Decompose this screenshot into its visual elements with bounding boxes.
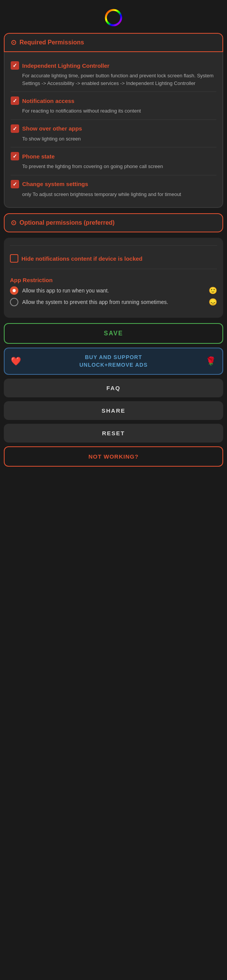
radio-allow-run[interactable]	[10, 286, 18, 295]
permission-title-phone-state: Phone state	[22, 153, 55, 160]
app-restriction-label: App Restriction	[10, 277, 217, 283]
permission-row-3: Show over other apps	[11, 124, 216, 133]
radio-row-system: Allow the system to prevent this app fro…	[10, 298, 217, 306]
buy-button[interactable]: ❤️ BUY AND SUPPORT UNLOCK+REMOVE ADS 🌹	[4, 348, 223, 375]
flower-icon: 🌹	[206, 356, 216, 366]
hide-notifications-item: Hide notifications content if device is …	[10, 250, 217, 269]
checkbox-lighting-controller[interactable]	[11, 61, 19, 70]
optional-permissions-title: Optional permissions (preferred)	[19, 219, 115, 226]
radio-allow-run-label: Allow this app to run when you want.	[22, 287, 205, 294]
permission-desc-system-settings: only To adjust screen brightness tempora…	[22, 191, 216, 198]
permission-title-notification: Notification access	[22, 98, 75, 104]
permission-desc-lighting-controller: For accurate lighting time, power button…	[22, 72, 216, 87]
permission-title-system-settings: Change system settings	[22, 181, 88, 187]
required-permissions-body: Independent Lighting Controller For accu…	[4, 52, 223, 208]
permission-title-show-over: Show over other apps	[22, 125, 82, 132]
checkbox-show-over[interactable]	[11, 124, 19, 133]
checkbox-hide-notifications[interactable]	[10, 254, 18, 263]
warning-icon-optional: ⊙	[11, 219, 16, 227]
share-button[interactable]: SHARE	[4, 401, 223, 420]
hide-notifications-label: Hide notifications content if device is …	[21, 255, 143, 262]
permission-desc-show-over: To show lighting on screen	[22, 135, 216, 143]
faq-button[interactable]: FAQ	[4, 379, 223, 397]
optional-permissions-body: Hide notifications content if device is …	[4, 238, 223, 318]
permission-title-lighting-controller: Independent Lighting Controller	[22, 62, 109, 69]
emoji-happy: 🙂	[209, 286, 217, 295]
permission-row-1: Independent Lighting Controller	[11, 61, 216, 70]
app-restriction-item: App Restriction Allow this app to run wh…	[10, 269, 217, 313]
app-logo	[104, 8, 123, 27]
permission-item-phone-state: Phone state To prevent the lighting from…	[11, 147, 216, 175]
save-button[interactable]: SAVE	[4, 323, 223, 344]
permission-item-lighting-controller: Independent Lighting Controller For accu…	[11, 57, 216, 92]
heart-icon: ❤️	[11, 356, 21, 366]
required-permissions-section: ⊙ Required Permissions Independent Light…	[4, 33, 223, 208]
buy-button-text: BUY AND SUPPORT UNLOCK+REMOVE ADS	[21, 354, 206, 369]
radio-row-allow: Allow this app to run when you want. 🙂	[10, 286, 217, 295]
required-permissions-header: ⊙ Required Permissions	[4, 33, 223, 52]
reset-button[interactable]: RESET	[4, 424, 223, 443]
permission-row-2: Notification access	[11, 96, 216, 105]
permission-row-5: Change system settings	[11, 180, 216, 188]
permission-desc-notification: For reacting to notifications without re…	[22, 107, 216, 115]
optional-permissions-header: ⊙ Optional permissions (preferred)	[4, 213, 223, 232]
svg-point-0	[106, 10, 121, 25]
permission-row-4: Phone state	[11, 152, 216, 160]
checkbox-system-settings[interactable]	[11, 180, 19, 188]
permission-item-show-over: Show over other apps To show lighting on…	[11, 120, 216, 148]
hide-notifications-row: Hide notifications content if device is …	[10, 254, 217, 263]
not-working-button[interactable]: NOT WORKING?	[4, 446, 223, 467]
required-permissions-title: Required Permissions	[19, 39, 84, 46]
buy-line1: BUY AND SUPPORT	[21, 354, 206, 361]
radio-allow-system[interactable]	[10, 298, 18, 306]
warning-icon: ⊙	[11, 38, 16, 47]
buy-line2: UNLOCK+REMOVE ADS	[21, 361, 206, 369]
checkbox-phone-state[interactable]	[11, 152, 19, 160]
permission-desc-phone-state: To prevent the lighting from covering on…	[22, 163, 216, 170]
permission-item-system-settings: Change system settings only To adjust sc…	[11, 175, 216, 203]
permission-item-notification: Notification access For reacting to noti…	[11, 92, 216, 120]
top-divider	[10, 245, 217, 246]
emoji-sad: 😞	[209, 298, 217, 306]
checkbox-notification[interactable]	[11, 96, 19, 105]
radio-allow-system-label: Allow the system to prevent this app fro…	[22, 299, 205, 305]
